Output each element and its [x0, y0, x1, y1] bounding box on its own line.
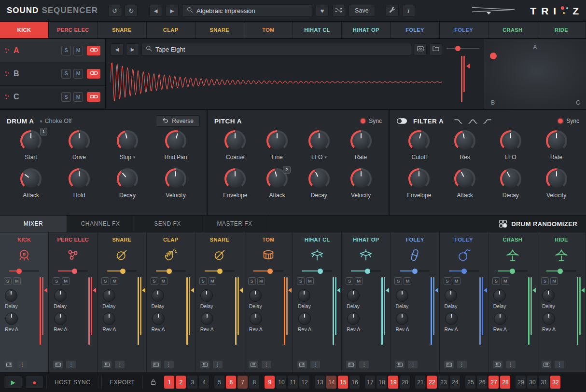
strip-menu-button[interactable]: ⋮: [115, 361, 125, 368]
layer-blend-pad[interactable]: A B C: [484, 39, 586, 109]
output-fader[interactable]: [471, 4, 517, 17]
slider-handle[interactable]: [267, 269, 273, 274]
knob-dial[interactable]: [308, 130, 330, 151]
knob-dial[interactable]: [224, 168, 246, 189]
knob-dial[interactable]: [69, 168, 90, 189]
mixer-strip[interactable]: SNARE S M Delay: [98, 232, 146, 372]
knob[interactable]: Rnd Pan ▾: [152, 130, 200, 168]
bandpass-icon[interactable]: [468, 118, 477, 125]
strip-delay-knob[interactable]: [493, 289, 506, 302]
step-button[interactable]: 31: [539, 376, 549, 389]
step-button[interactable]: 1: [164, 376, 174, 389]
knob-dial[interactable]: [408, 130, 430, 151]
strip-delay-knob[interactable]: [347, 289, 360, 302]
sample-volume-slider[interactable]: [446, 48, 479, 49]
filter-sync-toggle[interactable]: Sync: [558, 118, 579, 124]
strip-reverb-knob[interactable]: [445, 312, 458, 325]
drum-pad-tab[interactable]: PERC ELEC: [49, 22, 98, 38]
step-button[interactable]: 8: [249, 376, 259, 389]
step-button[interactable]: 9: [265, 376, 275, 389]
strip-solo-button[interactable]: S: [297, 277, 305, 285]
layer-solo-button[interactable]: S: [61, 46, 71, 55]
export-button[interactable]: EXPORT: [101, 376, 143, 389]
slider-handle[interactable]: [120, 269, 126, 274]
strip-mute-button[interactable]: M: [404, 277, 411, 285]
strip-mute-button[interactable]: M: [306, 277, 314, 285]
strip-delay-knob[interactable]: [103, 289, 115, 302]
knob-dial[interactable]: [117, 168, 138, 189]
knob-dial[interactable]: [500, 130, 521, 151]
knob-dial[interactable]: [454, 168, 475, 189]
mixer-strip[interactable]: CRASH S M Delay: [488, 232, 537, 372]
slider-handle[interactable]: [455, 46, 460, 51]
step-button[interactable]: 21: [415, 376, 425, 389]
strip-solo-button[interactable]: S: [53, 277, 60, 285]
strip-menu-button[interactable]: ⋮: [262, 361, 271, 368]
strip-solo-button[interactable]: S: [346, 277, 353, 285]
knob[interactable]: Fine ▾: [256, 130, 298, 168]
mixer-strip[interactable]: RIDE S M Delay: [537, 232, 586, 372]
mixer-tab[interactable]: CHANNEL FX: [67, 216, 134, 232]
sample-search-input[interactable]: [155, 46, 407, 53]
strip-menu-button[interactable]: ⋮: [506, 361, 516, 368]
mixer-strip[interactable]: FOLEY S M Delay: [391, 232, 439, 372]
strip-reverb-knob[interactable]: [250, 312, 262, 325]
strip-reverb-knob[interactable]: [103, 312, 115, 325]
layer-solo-button[interactable]: S: [61, 92, 71, 102]
step-button[interactable]: 3: [187, 376, 197, 389]
strip-keyboard-button[interactable]: [444, 361, 454, 368]
slider-handle[interactable]: [510, 269, 515, 274]
strip-solo-button[interactable]: S: [541, 277, 549, 285]
record-button[interactable]: ●: [25, 376, 43, 389]
meter-peak-marker[interactable]: [484, 288, 487, 293]
knob[interactable]: Velocity ▾: [533, 168, 579, 206]
meter-peak-marker[interactable]: [435, 288, 438, 293]
strip-reverb-knob[interactable]: [201, 312, 213, 325]
strip-solo-button[interactable]: S: [4, 277, 12, 285]
strip-menu-button[interactable]: ⋮: [17, 361, 27, 368]
browse-folder-button[interactable]: [429, 43, 442, 55]
host-sync-button[interactable]: HOST SYNC: [46, 376, 98, 389]
step-button[interactable]: 22: [427, 376, 437, 389]
mixer-strip[interactable]: CLAP S M Delay: [147, 232, 195, 372]
knob[interactable]: Decay ▾: [298, 168, 340, 206]
knob[interactable]: Res ▾: [442, 130, 488, 168]
layer-mute-button[interactable]: M: [73, 69, 83, 79]
drum-pad-tab[interactable]: CLAP: [147, 22, 195, 38]
strip-mute-button[interactable]: M: [209, 277, 216, 285]
step-button[interactable]: 26: [477, 376, 487, 389]
step-button[interactable]: 20: [400, 376, 410, 389]
layer-row[interactable]: C S M: [0, 86, 105, 109]
slider-handle[interactable]: [558, 269, 563, 274]
knob[interactable]: Hold ▾: [55, 168, 103, 206]
knob-dial[interactable]: [546, 130, 567, 151]
choke-dropdown[interactable]: ▾ Choke Off: [40, 118, 72, 124]
strip-volume-slider[interactable]: [351, 270, 381, 271]
strip-volume-slider[interactable]: [156, 270, 186, 271]
knob[interactable]: Slop ▾: [103, 130, 152, 168]
knob-dial[interactable]: [266, 130, 288, 151]
strip-volume-slider[interactable]: [449, 270, 479, 271]
strip-solo-button[interactable]: S: [101, 277, 109, 285]
knob[interactable]: Decay ▾: [488, 168, 534, 206]
slider-handle[interactable]: [412, 269, 418, 274]
strip-reverb-knob[interactable]: [494, 312, 506, 325]
next-preset-button[interactable]: ▶: [166, 5, 179, 17]
step-button[interactable]: 28: [500, 376, 510, 389]
knob[interactable]: Cutoff ▾: [396, 130, 442, 168]
strip-delay-knob[interactable]: [249, 289, 262, 302]
strip-mute-button[interactable]: M: [62, 277, 70, 285]
step-button[interactable]: 16: [349, 376, 360, 389]
strip-volume-slider[interactable]: [302, 270, 332, 271]
step-button[interactable]: 12: [299, 376, 309, 389]
strip-delay-knob[interactable]: [396, 289, 408, 302]
strip-keyboard-button[interactable]: [151, 361, 161, 368]
knob[interactable]: Velocity ▾: [340, 168, 382, 206]
strip-keyboard-button[interactable]: [493, 361, 502, 368]
random-preset-button[interactable]: [332, 5, 345, 17]
strip-menu-button[interactable]: ⋮: [66, 361, 76, 368]
lowpass-icon[interactable]: [454, 118, 463, 125]
mixer-tab[interactable]: SEND FX: [134, 216, 201, 232]
strip-solo-button[interactable]: S: [199, 277, 207, 285]
step-button[interactable]: 19: [388, 376, 398, 389]
